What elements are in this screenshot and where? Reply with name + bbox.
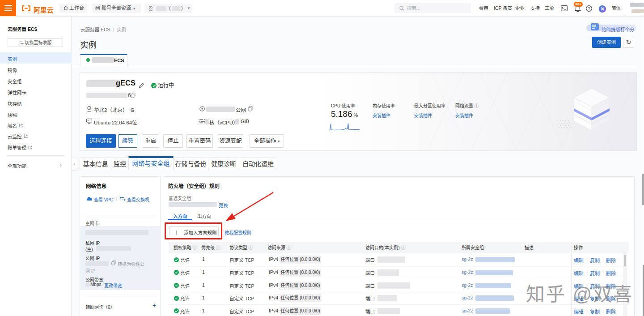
svg-text:?: ?	[588, 6, 590, 11]
